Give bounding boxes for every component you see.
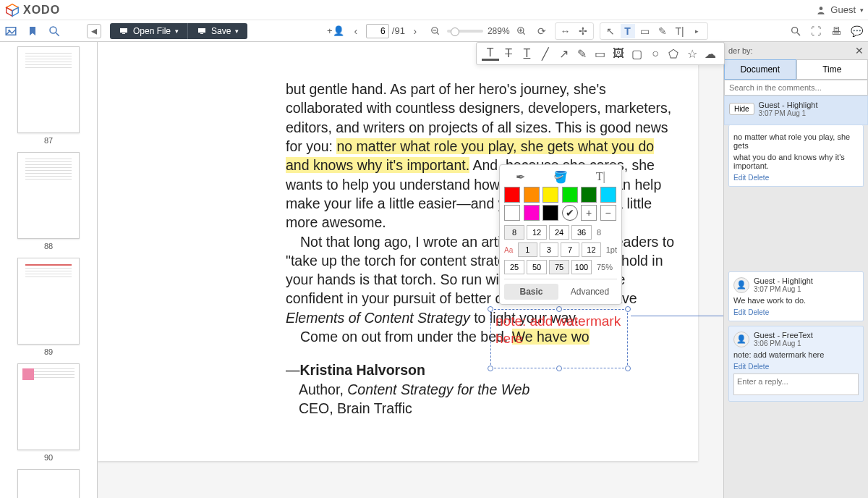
- color-cyan[interactable]: [600, 187, 616, 203]
- color-red[interactable]: [504, 187, 520, 203]
- color-grid: ✔ + −: [504, 187, 617, 221]
- color-orange[interactable]: [524, 187, 540, 203]
- text-style-icon[interactable]: T|: [596, 170, 605, 183]
- edit-link[interactable]: Edit: [733, 174, 746, 182]
- opacity-opt[interactable]: 50: [527, 260, 547, 274]
- pan-icon[interactable]: ✢: [576, 24, 590, 38]
- fill-style-icon[interactable]: 🪣: [553, 170, 568, 184]
- save-button[interactable]: Save ▾: [188, 23, 247, 39]
- color-black[interactable]: [542, 205, 558, 221]
- fullscreen-icon[interactable]: ⛶: [809, 24, 823, 38]
- stroke-opt[interactable]: 7: [561, 242, 579, 257]
- signature-icon[interactable]: ✎: [574, 46, 591, 61]
- zoom-slider[interactable]: [447, 30, 483, 33]
- opacity-opt[interactable]: 100: [571, 260, 592, 274]
- font-size-opt[interactable]: 12: [527, 225, 547, 240]
- stroke-opt[interactable]: 1: [518, 242, 537, 257]
- svg-point-3: [50, 27, 56, 33]
- star-icon[interactable]: ☆: [684, 46, 701, 61]
- color-lime[interactable]: [562, 187, 578, 203]
- bookmark-icon[interactable]: [26, 25, 39, 38]
- tab-document[interactable]: Document: [724, 59, 796, 80]
- resize-handle[interactable]: [488, 306, 493, 312]
- circle-icon[interactable]: ○: [647, 46, 664, 61]
- font-size-opt[interactable]: 24: [549, 225, 569, 240]
- cloud-icon[interactable]: ☁: [702, 46, 719, 61]
- stroke-opt[interactable]: 3: [540, 242, 558, 257]
- hide-button[interactable]: Hide: [729, 103, 754, 115]
- add-color[interactable]: +: [581, 205, 597, 221]
- stroke-opt[interactable]: 12: [582, 242, 600, 257]
- rotate-icon[interactable]: ⟳: [535, 24, 549, 38]
- edit-link[interactable]: Edit: [733, 308, 746, 316]
- thumbnail[interactable]: 90: [0, 363, 97, 462]
- color-white[interactable]: [504, 205, 520, 221]
- more-tools-icon[interactable]: ▸: [690, 24, 705, 38]
- resize-handle[interactable]: [556, 366, 562, 371]
- zoom-in-icon[interactable]: [514, 24, 529, 38]
- advanced-tab[interactable]: Advanced: [563, 284, 617, 300]
- comment-tool-icon[interactable]: ▭: [638, 24, 652, 38]
- thumbnail[interactable]: 87: [0, 46, 97, 145]
- color-magenta[interactable]: [524, 205, 540, 221]
- resize-handle[interactable]: [625, 366, 631, 371]
- text-tool-icon[interactable]: T: [621, 24, 635, 38]
- delete-link[interactable]: Delete: [748, 174, 769, 182]
- page-number-input[interactable]: [366, 24, 389, 38]
- polygon-icon[interactable]: ⬠: [665, 46, 682, 61]
- font-size-opt[interactable]: 36: [571, 225, 592, 240]
- zoom-out-icon[interactable]: [428, 24, 443, 38]
- resize-handle[interactable]: [488, 366, 493, 371]
- thumbnail[interactable]: 88: [0, 152, 97, 250]
- prev-page-button[interactable]: ‹: [349, 24, 363, 38]
- search-doc-icon[interactable]: [788, 24, 803, 38]
- user-menu[interactable]: Guest ▾: [816, 4, 864, 15]
- freetext-tool-icon[interactable]: T|: [673, 24, 687, 38]
- delete-link[interactable]: Delete: [748, 363, 769, 371]
- image-icon[interactable]: [4, 25, 17, 38]
- color-green[interactable]: [581, 187, 597, 203]
- delete-link[interactable]: Delete: [748, 308, 769, 316]
- color-yellow[interactable]: [542, 187, 558, 203]
- comment-card[interactable]: 👤 Guest - Highlight 3:07 PM Aug 1 We hav…: [728, 271, 864, 321]
- document-viewport[interactable]: but gentle hand. As part of her hero's j…: [98, 42, 723, 498]
- chat-icon[interactable]: 💬: [849, 24, 864, 38]
- monitor-icon: [119, 27, 129, 35]
- font-size-opt[interactable]: 8: [504, 225, 524, 240]
- reply-input[interactable]: [733, 374, 859, 395]
- resize-handle[interactable]: [625, 306, 631, 312]
- next-page-button[interactable]: ›: [408, 24, 422, 38]
- edit-link[interactable]: Edit: [733, 363, 746, 371]
- pen-tool-icon[interactable]: ✎: [655, 24, 670, 38]
- highlight-icon[interactable]: T: [482, 46, 499, 61]
- open-file-button[interactable]: Open File ▾: [110, 23, 188, 39]
- no-color[interactable]: ✔: [562, 205, 578, 221]
- search-icon[interactable]: [48, 25, 61, 38]
- collapse-sidebar-button[interactable]: ◂: [87, 24, 101, 38]
- thumbnail[interactable]: 91: [0, 469, 97, 498]
- arrows-h-icon[interactable]: ↔: [558, 24, 573, 38]
- note-icon[interactable]: ▭: [592, 46, 609, 61]
- strikeout-icon[interactable]: T: [500, 46, 517, 61]
- comment-card[interactable]: 👤 Guest - FreeText 3:06 PM Aug 1 note: a…: [728, 326, 864, 402]
- resize-handle[interactable]: [556, 306, 562, 312]
- image-annot-icon[interactable]: 🖼: [610, 46, 627, 61]
- pen-style-icon[interactable]: ✒: [516, 170, 525, 184]
- underline-icon[interactable]: T: [518, 46, 535, 61]
- add-user-icon[interactable]: +👤: [328, 24, 343, 38]
- arrow-icon[interactable]: ↗: [555, 46, 572, 61]
- opacity-opt[interactable]: 25: [504, 260, 524, 274]
- print-icon[interactable]: 🖶: [829, 24, 843, 38]
- freetext-annotation[interactable]: note: add watermark here: [490, 309, 628, 368]
- comment-card[interactable]: Hide Guest - Highlight 3:07 PM Aug 1: [724, 96, 868, 125]
- close-icon[interactable]: ✕: [855, 45, 864, 56]
- thumbnail[interactable]: 89: [0, 258, 97, 356]
- remove-color[interactable]: −: [600, 205, 616, 221]
- line-icon[interactable]: ╱: [537, 46, 554, 61]
- rectangle-icon[interactable]: ▢: [629, 46, 646, 61]
- basic-tab[interactable]: Basic: [504, 284, 558, 300]
- comments-search-input[interactable]: [724, 80, 868, 96]
- cursor-icon[interactable]: ↖: [603, 24, 618, 38]
- opacity-opt[interactable]: 75: [549, 260, 569, 274]
- tab-time[interactable]: Time: [796, 59, 869, 80]
